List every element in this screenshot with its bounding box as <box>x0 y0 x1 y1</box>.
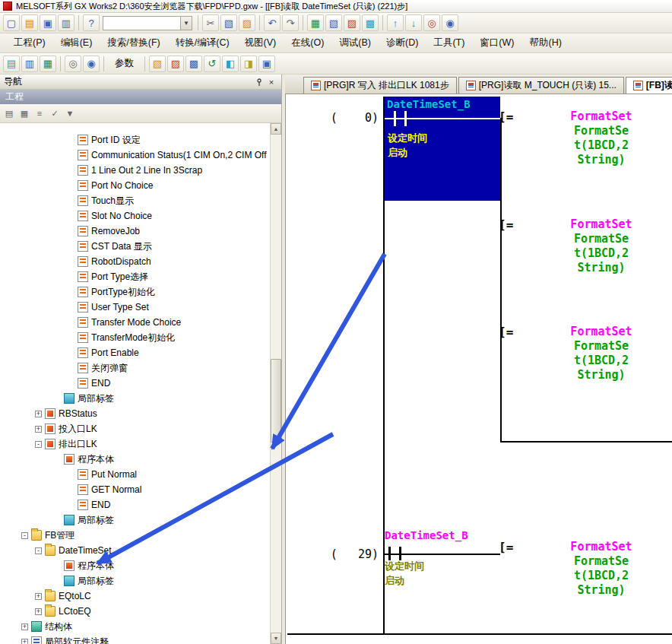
write-mode-button[interactable]: ▨ <box>344 14 360 31</box>
write-to-plc-button[interactable]: ↑ <box>387 14 404 31</box>
close-icon[interactable]: × <box>265 76 277 87</box>
tree-item[interactable]: +投入口LK <box>0 421 270 436</box>
tree-item[interactable]: 程序本体 <box>0 558 270 573</box>
tree-item[interactable]: Put Normal <box>0 467 270 482</box>
tree-item[interactable]: Port ID 设定 <box>0 132 270 148</box>
tree-item[interactable]: Transfer Mode Choice <box>0 315 270 330</box>
tree-item[interactable]: 局部标签 <box>0 512 270 528</box>
menu-view[interactable]: 视图(V) <box>237 33 284 52</box>
tab-prg-read[interactable]: [PRG]读取 M_TOUCH (只读) 15... <box>458 77 624 94</box>
tree-item[interactable]: 程序本体 <box>0 452 270 467</box>
paste-button[interactable]: ▨ <box>239 14 255 31</box>
tree-item[interactable]: RobotDispatch <box>0 254 270 269</box>
stop-monitor-button[interactable]: ◉ <box>442 14 458 31</box>
nav-list-icon[interactable]: ≡ <box>32 106 47 121</box>
toolbar-button[interactable]: ▨ <box>167 56 184 72</box>
scrollbar-thumb[interactable] <box>271 359 281 443</box>
toolbar-button[interactable]: ▩ <box>185 56 202 72</box>
menu-help[interactable]: 帮助(H) <box>521 33 569 52</box>
statement-button[interactable]: ▥ <box>21 56 38 72</box>
expand-toggle[interactable]: + <box>35 593 42 600</box>
expand-toggle[interactable]: + <box>35 608 42 615</box>
expand-toggle[interactable]: - <box>35 547 42 554</box>
tree-item[interactable]: CST Data 显示 <box>0 239 270 254</box>
tree-item[interactable]: GET Normal <box>0 482 270 497</box>
tree-scrollbar[interactable]: ▲ ▼ <box>270 123 281 644</box>
tree-item[interactable]: +EQtoLC <box>0 588 270 604</box>
tree-item[interactable]: 局部标签 <box>0 573 270 588</box>
menu-edit[interactable]: 编辑(E) <box>53 33 100 52</box>
monitor-mode-button[interactable]: ▦ <box>307 14 324 31</box>
menu-window[interactable]: 窗口(W) <box>472 33 521 52</box>
new-file-button[interactable]: ▢ <box>3 14 20 31</box>
menu-project[interactable]: 工程(P) <box>6 33 53 52</box>
tree-item[interactable]: PortType初始化 <box>0 284 270 300</box>
tree-item[interactable]: +局部软元件注释 <box>0 634 270 644</box>
menu-diagnostics[interactable]: 诊断(D) <box>379 33 426 52</box>
project-section-header[interactable]: 工程 <box>0 90 281 104</box>
toolbar-button[interactable]: ▣ <box>258 56 275 72</box>
toolbar-combobox[interactable]: ▼ <box>103 16 192 30</box>
combo-arrow-icon[interactable]: ▼ <box>180 17 192 30</box>
read-from-plc-button[interactable]: ↓ <box>405 14 422 31</box>
menu-tools[interactable]: 工具(T) <box>426 33 472 52</box>
tree-item[interactable]: 关闭弹窗 <box>0 360 270 376</box>
save-button[interactable]: ▣ <box>40 14 56 31</box>
scroll-up-icon[interactable]: ▲ <box>271 123 281 135</box>
ladder-editor[interactable]: ( 0) ( 29) DateTimeSet_B 设定时间 启动 [= Form… <box>285 94 672 644</box>
expand-toggle[interactable]: + <box>35 426 42 433</box>
toolbar-button[interactable]: ↺ <box>204 56 220 72</box>
menu-debug[interactable]: 调试(B) <box>331 33 379 52</box>
tree-item[interactable]: -排出口LK <box>0 436 270 452</box>
toolbar-button[interactable]: ◧ <box>222 56 239 72</box>
open-project-button[interactable]: ▤ <box>21 14 38 31</box>
tab-prg-write[interactable]: [PRG]R 写入 排出口LK 1081步 <box>303 77 457 94</box>
verify-button[interactable]: ▩ <box>362 14 379 31</box>
toolbar-button[interactable]: ◨ <box>240 56 257 72</box>
redo-button[interactable]: ↷ <box>282 14 299 31</box>
params-toolbar-label[interactable]: 参数 <box>115 57 134 70</box>
tree-item[interactable]: Touch显示 <box>0 193 270 208</box>
tree-item[interactable]: END <box>0 376 270 391</box>
tree-item[interactable]: 局部标签 <box>0 391 270 406</box>
tree-item[interactable]: +LCtoEQ <box>0 604 270 619</box>
tree-item[interactable]: END <box>0 497 270 512</box>
tree-item[interactable]: RemoveJob <box>0 224 270 239</box>
tree-item[interactable]: Port Enable <box>0 345 270 360</box>
print-button[interactable]: ▥ <box>58 14 74 31</box>
cut-button[interactable]: ✂ <box>202 14 219 31</box>
instruction-block[interactable]: [= FormatSet FormatSe t(1BCD,2 String) <box>499 109 672 167</box>
tree-item[interactable]: Communication Status(1 CIM On,2 CIM Off <box>0 148 270 163</box>
instruction-block[interactable]: [= FormatSet FormatSe t(1BCD,2 String) <box>499 217 672 275</box>
tree-item[interactable]: Port Type选择 <box>0 269 270 284</box>
start-monitor-button[interactable]: ◎ <box>423 14 440 31</box>
expand-toggle[interactable]: - <box>21 532 28 539</box>
nav-filter-icon[interactable]: ✓ <box>47 106 62 121</box>
instruction-block[interactable]: [= FormatSet FormatSe t(1BCD,2 String) <box>499 325 672 382</box>
tree-item[interactable]: -FB管理 <box>0 528 270 543</box>
scroll-down-icon[interactable]: ▼ <box>271 633 281 644</box>
nav-dropdown-icon[interactable]: ▼ <box>62 106 78 121</box>
copy-button[interactable]: ▧ <box>220 14 237 31</box>
instruction-block[interactable]: [= FormatSet FormatSe t(1BCD,2 String) <box>499 540 672 598</box>
expand-toggle[interactable]: + <box>35 411 42 417</box>
find-button[interactable]: ◎ <box>65 56 81 72</box>
tree-item[interactable]: TransferMode初始化 <box>0 330 270 345</box>
tree-item[interactable]: +结构体 <box>0 619 270 634</box>
cross-reference-button[interactable]: ◉ <box>83 56 100 72</box>
toolbar-button[interactable]: ▧ <box>149 56 166 72</box>
tree-item[interactable]: 1 Line Out 2 Line In 3Scrap <box>0 163 270 178</box>
tree-item[interactable]: +RBStatus <box>0 406 270 421</box>
tree-item[interactable]: User Type Set <box>0 300 270 315</box>
nav-sort-icon[interactable]: ▦ <box>17 106 32 121</box>
device-display-button[interactable]: ▤ <box>3 56 20 72</box>
expand-toggle[interactable]: - <box>35 441 42 448</box>
tree-item[interactable]: -DateTimeSet <box>0 543 270 558</box>
menu-online[interactable]: 在线(O) <box>284 33 331 52</box>
note-button[interactable]: ▦ <box>40 56 56 72</box>
expand-toggle[interactable]: + <box>21 623 28 630</box>
undo-button[interactable]: ↶ <box>264 14 281 31</box>
read-mode-button[interactable]: ▧ <box>325 14 342 31</box>
nav-view-icon[interactable]: ▤ <box>2 106 17 121</box>
tree-item[interactable]: Port No Choice <box>0 178 270 193</box>
